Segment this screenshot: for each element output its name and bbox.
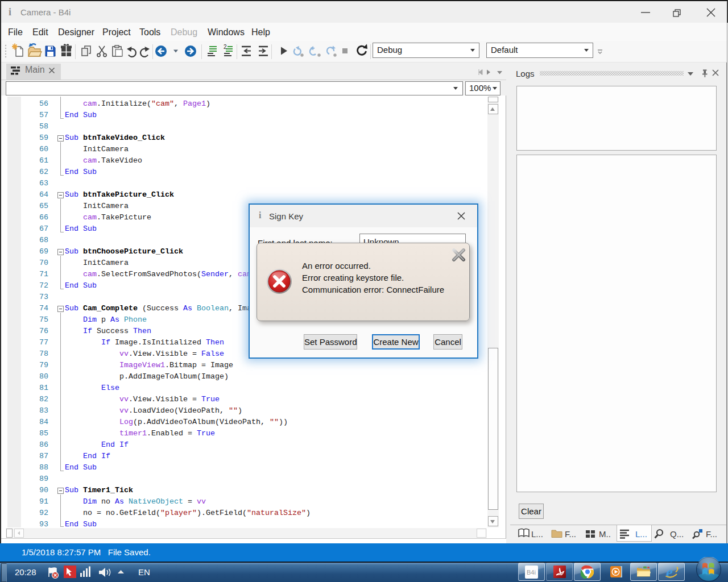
svg-text:2: 2 <box>224 44 227 50</box>
